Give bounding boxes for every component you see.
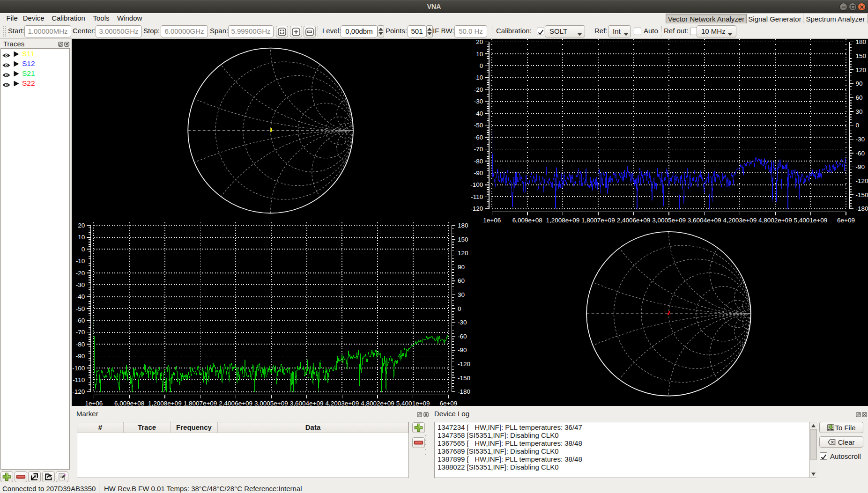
svg-text:1,8007e+09: 1,8007e+09	[581, 217, 615, 224]
svg-text:-10: -10	[76, 258, 85, 265]
svg-text:-40: -40	[76, 293, 85, 300]
svg-text:120: 120	[856, 66, 867, 74]
svg-text:1,8007e+09: 1,8007e+09	[184, 400, 217, 406]
svg-text:-80: -80	[474, 158, 483, 165]
svg-text:-70: -70	[76, 329, 85, 336]
svg-text:5,4001e+09: 5,4001e+09	[396, 400, 430, 406]
svg-text:-30: -30	[458, 319, 467, 326]
svg-text:1,2008e+09: 1,2008e+09	[148, 400, 182, 406]
svg-text:-120: -120	[72, 388, 85, 395]
svg-text:3,0005e+09: 3,0005e+09	[254, 400, 288, 406]
svg-text:3,6004e+09: 3,6004e+09	[290, 400, 324, 406]
svg-text:-50: -50	[474, 122, 483, 129]
svg-text:-180: -180	[458, 388, 470, 395]
svg-text:-30: -30	[474, 98, 483, 105]
svg-text:-50: -50	[76, 305, 85, 312]
svg-text:120: 120	[458, 250, 468, 257]
svg-text:-60: -60	[458, 333, 467, 340]
svg-text:6e+09: 6e+09	[439, 400, 457, 406]
svg-text:90: 90	[856, 80, 863, 87]
svg-text:4,8002e+09: 4,8002e+09	[758, 217, 792, 224]
svg-text:6e+09: 6e+09	[837, 217, 855, 224]
svg-text:3,6004e+09: 3,6004e+09	[688, 217, 721, 224]
svg-text:-60: -60	[76, 317, 85, 324]
svg-text:180: 180	[856, 39, 867, 45]
svg-text:-100: -100	[470, 181, 483, 188]
svg-text:-90: -90	[474, 169, 483, 177]
svg-text:30: 30	[856, 108, 863, 115]
svg-text:4,2003e+09: 4,2003e+09	[325, 400, 359, 406]
svg-text:-80: -80	[76, 341, 85, 348]
svg-text:0: 0	[856, 122, 860, 129]
svg-text:-150: -150	[458, 375, 470, 382]
svg-text:150: 150	[458, 236, 468, 243]
svg-text:60: 60	[856, 94, 863, 101]
svg-text:-110: -110	[471, 193, 483, 200]
svg-text:-90: -90	[76, 353, 85, 360]
svg-text:-30: -30	[856, 136, 865, 143]
svg-text:6,009e+08: 6,009e+08	[114, 400, 144, 406]
svg-text:-150: -150	[856, 191, 868, 199]
svg-text:-10: -10	[474, 74, 483, 81]
svg-text:-90: -90	[856, 163, 865, 170]
svg-text:2,4006e+09: 2,4006e+09	[219, 400, 252, 406]
svg-text:90: 90	[458, 264, 465, 271]
svg-text:1,2008e+09: 1,2008e+09	[546, 217, 580, 224]
svg-text:-90: -90	[458, 346, 467, 353]
svg-text:-20: -20	[76, 270, 85, 277]
svg-text:60: 60	[458, 277, 465, 284]
svg-text:4,8002e+09: 4,8002e+09	[361, 400, 394, 406]
svg-text:-30: -30	[76, 281, 85, 288]
svg-text:180: 180	[458, 222, 468, 229]
svg-text:-60: -60	[856, 150, 865, 157]
svg-text:1e+06: 1e+06	[85, 400, 103, 406]
svg-text:6,009e+08: 6,009e+08	[512, 217, 542, 224]
svg-text:-110: -110	[73, 376, 85, 383]
svg-text:-60: -60	[474, 134, 483, 141]
svg-text:20: 20	[78, 222, 85, 229]
svg-text:1e+06: 1e+06	[483, 217, 501, 224]
svg-text:-20: -20	[474, 86, 483, 93]
svg-text:-120: -120	[458, 361, 470, 368]
svg-text:5,4001e+09: 5,4001e+09	[794, 217, 828, 224]
svg-text:0: 0	[82, 246, 85, 253]
svg-text:-180: -180	[856, 205, 868, 212]
svg-text:0: 0	[458, 305, 461, 312]
svg-text:-100: -100	[72, 365, 85, 372]
svg-text:-120: -120	[470, 205, 483, 212]
svg-text:-40: -40	[474, 110, 483, 117]
svg-text:-120: -120	[856, 177, 868, 184]
svg-text:4,2003e+09: 4,2003e+09	[723, 217, 757, 224]
svg-text:20: 20	[476, 39, 483, 45]
svg-text:2,4006e+09: 2,4006e+09	[617, 217, 651, 224]
svg-text:3,0005e+09: 3,0005e+09	[652, 217, 686, 224]
svg-text:10: 10	[476, 51, 483, 58]
svg-text:30: 30	[458, 291, 465, 298]
svg-text:150: 150	[856, 52, 867, 59]
svg-text:0: 0	[480, 62, 483, 69]
svg-text:10: 10	[78, 234, 85, 241]
svg-text:-70: -70	[474, 146, 483, 153]
